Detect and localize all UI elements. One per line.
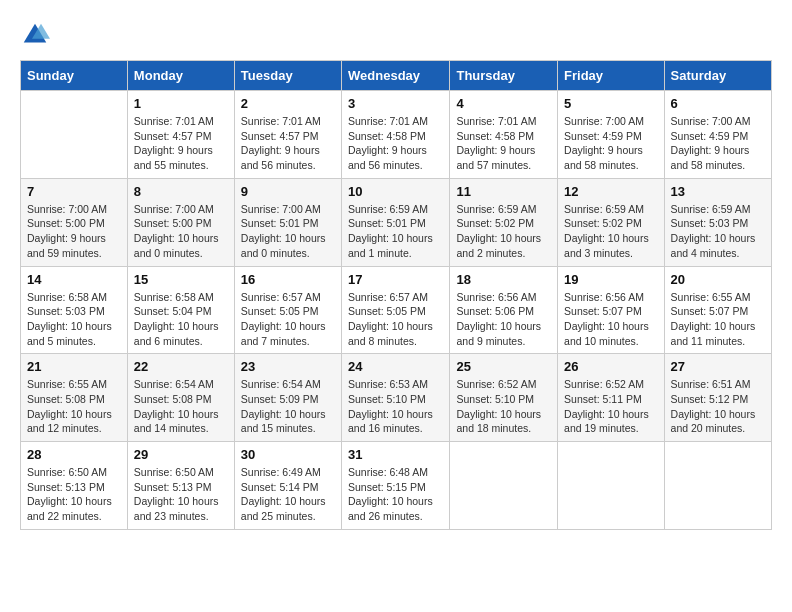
header-cell-monday: Monday	[127, 61, 234, 91]
day-cell: 12Sunrise: 6:59 AMSunset: 5:02 PMDayligh…	[558, 178, 664, 266]
day-number: 31	[348, 447, 443, 462]
day-cell: 8Sunrise: 7:00 AMSunset: 5:00 PMDaylight…	[127, 178, 234, 266]
day-info: Sunrise: 6:50 AMSunset: 5:13 PMDaylight:…	[27, 465, 121, 524]
day-cell: 25Sunrise: 6:52 AMSunset: 5:10 PMDayligh…	[450, 354, 558, 442]
day-cell: 31Sunrise: 6:48 AMSunset: 5:15 PMDayligh…	[342, 442, 450, 530]
day-number: 2	[241, 96, 335, 111]
day-info: Sunrise: 6:59 AMSunset: 5:01 PMDaylight:…	[348, 202, 443, 261]
calendar-body: 1Sunrise: 7:01 AMSunset: 4:57 PMDaylight…	[21, 91, 772, 530]
day-number: 8	[134, 184, 228, 199]
day-cell: 29Sunrise: 6:50 AMSunset: 5:13 PMDayligh…	[127, 442, 234, 530]
day-info: Sunrise: 6:48 AMSunset: 5:15 PMDaylight:…	[348, 465, 443, 524]
day-info: Sunrise: 7:00 AMSunset: 5:00 PMDaylight:…	[134, 202, 228, 261]
day-number: 11	[456, 184, 551, 199]
day-cell: 19Sunrise: 6:56 AMSunset: 5:07 PMDayligh…	[558, 266, 664, 354]
day-info: Sunrise: 6:51 AMSunset: 5:12 PMDaylight:…	[671, 377, 765, 436]
day-cell: 28Sunrise: 6:50 AMSunset: 5:13 PMDayligh…	[21, 442, 128, 530]
day-info: Sunrise: 6:55 AMSunset: 5:08 PMDaylight:…	[27, 377, 121, 436]
day-info: Sunrise: 7:00 AMSunset: 5:01 PMDaylight:…	[241, 202, 335, 261]
day-number: 4	[456, 96, 551, 111]
day-info: Sunrise: 6:56 AMSunset: 5:06 PMDaylight:…	[456, 290, 551, 349]
day-cell: 27Sunrise: 6:51 AMSunset: 5:12 PMDayligh…	[664, 354, 771, 442]
day-number: 20	[671, 272, 765, 287]
day-cell: 23Sunrise: 6:54 AMSunset: 5:09 PMDayligh…	[234, 354, 341, 442]
day-info: Sunrise: 6:58 AMSunset: 5:04 PMDaylight:…	[134, 290, 228, 349]
day-info: Sunrise: 6:50 AMSunset: 5:13 PMDaylight:…	[134, 465, 228, 524]
day-info: Sunrise: 6:52 AMSunset: 5:11 PMDaylight:…	[564, 377, 657, 436]
logo-icon	[20, 20, 50, 50]
day-number: 12	[564, 184, 657, 199]
day-cell: 14Sunrise: 6:58 AMSunset: 5:03 PMDayligh…	[21, 266, 128, 354]
day-cell: 30Sunrise: 6:49 AMSunset: 5:14 PMDayligh…	[234, 442, 341, 530]
day-number: 7	[27, 184, 121, 199]
day-number: 27	[671, 359, 765, 374]
day-cell	[664, 442, 771, 530]
header-cell-saturday: Saturday	[664, 61, 771, 91]
day-cell: 21Sunrise: 6:55 AMSunset: 5:08 PMDayligh…	[21, 354, 128, 442]
day-cell: 3Sunrise: 7:01 AMSunset: 4:58 PMDaylight…	[342, 91, 450, 179]
day-info: Sunrise: 7:01 AMSunset: 4:58 PMDaylight:…	[348, 114, 443, 173]
day-number: 18	[456, 272, 551, 287]
day-cell: 9Sunrise: 7:00 AMSunset: 5:01 PMDaylight…	[234, 178, 341, 266]
day-info: Sunrise: 6:57 AMSunset: 5:05 PMDaylight:…	[348, 290, 443, 349]
day-cell: 5Sunrise: 7:00 AMSunset: 4:59 PMDaylight…	[558, 91, 664, 179]
header-cell-tuesday: Tuesday	[234, 61, 341, 91]
day-number: 13	[671, 184, 765, 199]
week-row-3: 14Sunrise: 6:58 AMSunset: 5:03 PMDayligh…	[21, 266, 772, 354]
day-cell: 16Sunrise: 6:57 AMSunset: 5:05 PMDayligh…	[234, 266, 341, 354]
day-cell: 18Sunrise: 6:56 AMSunset: 5:06 PMDayligh…	[450, 266, 558, 354]
day-cell: 26Sunrise: 6:52 AMSunset: 5:11 PMDayligh…	[558, 354, 664, 442]
header-cell-friday: Friday	[558, 61, 664, 91]
day-cell: 10Sunrise: 6:59 AMSunset: 5:01 PMDayligh…	[342, 178, 450, 266]
day-info: Sunrise: 7:00 AMSunset: 5:00 PMDaylight:…	[27, 202, 121, 261]
day-info: Sunrise: 6:59 AMSunset: 5:03 PMDaylight:…	[671, 202, 765, 261]
day-number: 26	[564, 359, 657, 374]
day-cell	[558, 442, 664, 530]
day-cell: 15Sunrise: 6:58 AMSunset: 5:04 PMDayligh…	[127, 266, 234, 354]
day-info: Sunrise: 7:01 AMSunset: 4:57 PMDaylight:…	[134, 114, 228, 173]
day-number: 1	[134, 96, 228, 111]
day-info: Sunrise: 7:01 AMSunset: 4:57 PMDaylight:…	[241, 114, 335, 173]
day-cell: 13Sunrise: 6:59 AMSunset: 5:03 PMDayligh…	[664, 178, 771, 266]
day-cell	[450, 442, 558, 530]
day-number: 24	[348, 359, 443, 374]
day-cell: 1Sunrise: 7:01 AMSunset: 4:57 PMDaylight…	[127, 91, 234, 179]
day-info: Sunrise: 6:59 AMSunset: 5:02 PMDaylight:…	[456, 202, 551, 261]
week-row-2: 7Sunrise: 7:00 AMSunset: 5:00 PMDaylight…	[21, 178, 772, 266]
day-number: 9	[241, 184, 335, 199]
day-info: Sunrise: 6:57 AMSunset: 5:05 PMDaylight:…	[241, 290, 335, 349]
day-cell: 2Sunrise: 7:01 AMSunset: 4:57 PMDaylight…	[234, 91, 341, 179]
day-cell: 7Sunrise: 7:00 AMSunset: 5:00 PMDaylight…	[21, 178, 128, 266]
calendar-table: SundayMondayTuesdayWednesdayThursdayFrid…	[20, 60, 772, 530]
day-cell: 6Sunrise: 7:00 AMSunset: 4:59 PMDaylight…	[664, 91, 771, 179]
day-info: Sunrise: 6:54 AMSunset: 5:09 PMDaylight:…	[241, 377, 335, 436]
day-info: Sunrise: 6:52 AMSunset: 5:10 PMDaylight:…	[456, 377, 551, 436]
header-cell-sunday: Sunday	[21, 61, 128, 91]
day-info: Sunrise: 6:54 AMSunset: 5:08 PMDaylight:…	[134, 377, 228, 436]
day-cell: 4Sunrise: 7:01 AMSunset: 4:58 PMDaylight…	[450, 91, 558, 179]
day-cell	[21, 91, 128, 179]
day-number: 15	[134, 272, 228, 287]
day-number: 23	[241, 359, 335, 374]
day-cell: 11Sunrise: 6:59 AMSunset: 5:02 PMDayligh…	[450, 178, 558, 266]
day-cell: 22Sunrise: 6:54 AMSunset: 5:08 PMDayligh…	[127, 354, 234, 442]
day-number: 3	[348, 96, 443, 111]
week-row-4: 21Sunrise: 6:55 AMSunset: 5:08 PMDayligh…	[21, 354, 772, 442]
day-number: 6	[671, 96, 765, 111]
day-number: 21	[27, 359, 121, 374]
day-number: 22	[134, 359, 228, 374]
day-cell: 20Sunrise: 6:55 AMSunset: 5:07 PMDayligh…	[664, 266, 771, 354]
day-number: 16	[241, 272, 335, 287]
day-info: Sunrise: 6:59 AMSunset: 5:02 PMDaylight:…	[564, 202, 657, 261]
day-info: Sunrise: 7:00 AMSunset: 4:59 PMDaylight:…	[564, 114, 657, 173]
day-cell: 24Sunrise: 6:53 AMSunset: 5:10 PMDayligh…	[342, 354, 450, 442]
week-row-5: 28Sunrise: 6:50 AMSunset: 5:13 PMDayligh…	[21, 442, 772, 530]
day-number: 5	[564, 96, 657, 111]
day-number: 29	[134, 447, 228, 462]
day-info: Sunrise: 7:00 AMSunset: 4:59 PMDaylight:…	[671, 114, 765, 173]
day-number: 10	[348, 184, 443, 199]
day-info: Sunrise: 6:58 AMSunset: 5:03 PMDaylight:…	[27, 290, 121, 349]
day-number: 17	[348, 272, 443, 287]
header-cell-thursday: Thursday	[450, 61, 558, 91]
header-row: SundayMondayTuesdayWednesdayThursdayFrid…	[21, 61, 772, 91]
